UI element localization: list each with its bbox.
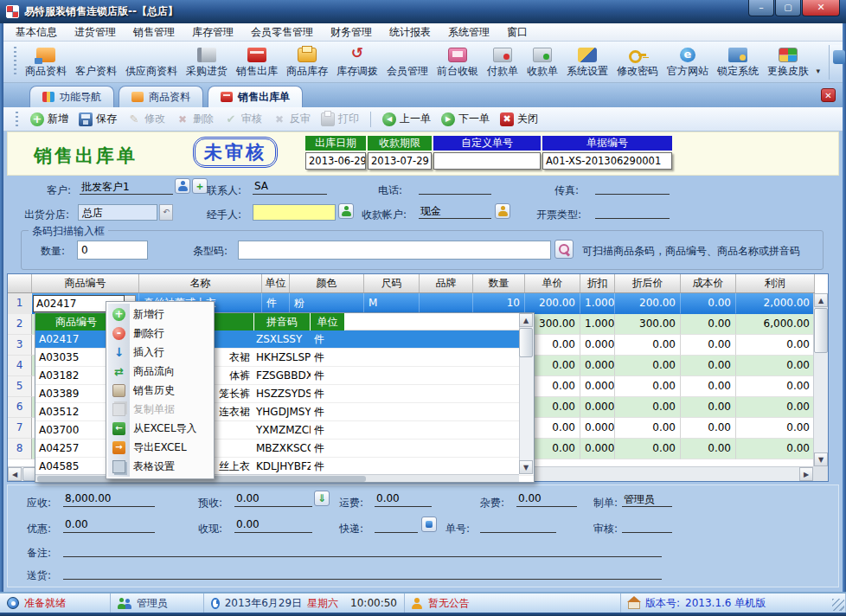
customer-lookup-button[interactable] — [175, 178, 190, 194]
grid-cell[interactable]: 0.00 — [681, 356, 736, 376]
grid-cell[interactable]: 0.00 — [681, 314, 736, 335]
toolbar-button[interactable]: 收款单 — [522, 42, 562, 82]
close-button[interactable] — [802, 0, 840, 16]
grid-cell[interactable]: 1.000 — [580, 314, 615, 335]
barcode-search-button[interactable] — [554, 240, 574, 259]
grid-cell[interactable]: 6,000.00 — [736, 314, 815, 335]
context-menu-item[interactable]: 插入行 — [108, 343, 212, 362]
resize-grip[interactable] — [832, 599, 844, 611]
doc-toolbar-button[interactable]: 删除 — [170, 110, 219, 128]
minimize-button[interactable] — [748, 0, 774, 16]
context-menu-item[interactable]: 从EXCEL导入 — [108, 419, 212, 438]
grid-cell[interactable]: 0.00 — [681, 376, 736, 397]
grid-cell[interactable]: 0.00 — [681, 293, 736, 314]
toolbar-button[interactable]: 商品库存 — [282, 42, 332, 82]
context-menu-item[interactable]: 复制单据 — [108, 400, 212, 419]
grid-cell[interactable]: 0.00 — [615, 335, 681, 356]
grid-column-header[interactable]: 数量 — [473, 274, 525, 292]
grid-cell[interactable]: 0.000 — [580, 439, 615, 459]
grid-cell[interactable]: 0.00 — [615, 376, 681, 397]
grid-column-header[interactable]: 折后价 — [615, 274, 681, 292]
grid-cell[interactable]: M — [364, 293, 420, 314]
doc-toolbar-button[interactable]: 修改 — [122, 110, 170, 128]
scrollbar-thumb[interactable] — [814, 308, 828, 353]
doc-nav-button[interactable]: 下一单 — [436, 110, 495, 128]
delivery-field[interactable] — [63, 565, 662, 580]
scroll-up-icon[interactable] — [814, 293, 828, 307]
toolbar-button[interactable]: 付款单 — [483, 42, 522, 82]
payment-deadline-input[interactable]: 2013-07-29 — [368, 152, 432, 170]
tracking-number-field[interactable] — [480, 518, 556, 533]
scroll-right-icon[interactable] — [799, 467, 813, 481]
grid-cell[interactable]: 300.00 — [615, 314, 681, 335]
grid-column-header[interactable]: 成本价 — [681, 274, 736, 292]
menubar-item[interactable]: 库存管理 — [183, 23, 242, 42]
grid-column-header[interactable]: 尺码 — [364, 274, 420, 292]
prepaid-field[interactable]: 0.00 — [234, 492, 312, 507]
contact-field[interactable]: SA — [253, 180, 327, 195]
menubar-item[interactable]: 会员零售管理 — [242, 23, 322, 42]
document-number-input[interactable]: A01-XS-201306290001 — [542, 152, 672, 170]
grid-cell[interactable]: 200.00 — [525, 293, 580, 314]
scroll-down-icon[interactable] — [814, 452, 828, 466]
grid-column-header[interactable]: 商品编号 — [32, 274, 139, 292]
add-customer-button[interactable] — [192, 178, 208, 194]
grid-cell[interactable]: 0.000 — [580, 356, 615, 376]
grid-cell[interactable]: 1.000 — [580, 293, 615, 314]
fax-field[interactable] — [595, 180, 670, 195]
receivable-field[interactable]: 8,000.00 — [63, 492, 155, 507]
doc-toolbar-button[interactable]: 新增 — [25, 110, 74, 128]
grid-cell[interactable]: 0.00 — [736, 376, 815, 397]
menubar-item[interactable]: 窗口 — [498, 23, 536, 42]
scroll-down-icon[interactable] — [519, 460, 533, 474]
toolbar-button[interactable]: 系统设置 — [562, 42, 612, 82]
tab-sales-order[interactable]: 销售出库单 — [208, 86, 303, 107]
grid-cell[interactable]: 0.00 — [681, 418, 736, 439]
doc-toolbar-button[interactable]: 打印 — [316, 110, 364, 128]
express-picker-button[interactable] — [421, 517, 437, 532]
misc-fee-field[interactable]: 0.00 — [516, 492, 577, 507]
freight-field[interactable]: 0.00 — [375, 492, 432, 507]
toolbar-button[interactable]: 前台收银 — [433, 42, 483, 82]
grid-cell[interactable]: 0.00 — [615, 439, 681, 459]
grid-cell[interactable] — [420, 293, 473, 314]
customer-field[interactable]: 批发客户1 — [80, 180, 173, 195]
doc-nav-button[interactable]: 关闭 — [495, 110, 543, 128]
toolbar-button[interactable]: 库存调拨 — [332, 42, 382, 82]
context-menu-item[interactable]: 销售历史 — [108, 381, 212, 400]
scroll-up-icon[interactable] — [519, 313, 533, 327]
grid-cell[interactable]: 0.00 — [736, 418, 815, 439]
menubar-item[interactable]: 系统管理 — [439, 23, 498, 42]
grid-column-header[interactable]: 颜色 — [290, 274, 364, 292]
doc-toolbar-button[interactable]: 反审 — [267, 110, 316, 128]
tab-close-button[interactable] — [821, 88, 836, 102]
context-menu-item[interactable]: 新增行 — [108, 305, 212, 324]
remark-field[interactable] — [63, 542, 662, 557]
menubar-item[interactable]: 财务管理 — [322, 23, 381, 42]
grid-cell[interactable]: 0.00 — [681, 397, 736, 418]
grid-column-header[interactable]: 品牌 — [420, 274, 473, 292]
toolbar-button[interactable]: 采购进货 — [182, 42, 232, 82]
doc-toolbar-button[interactable]: 审核 — [219, 110, 267, 128]
menubar-item[interactable]: 统计报表 — [381, 23, 439, 42]
branch-picker-button[interactable] — [159, 204, 173, 221]
menubar-item[interactable]: 基本信息 — [7, 23, 66, 42]
toolbar-button[interactable]: 供应商资料 — [121, 42, 182, 82]
context-menu-item[interactable]: 商品流向 — [108, 362, 212, 381]
custom-number-input[interactable] — [433, 152, 541, 170]
handler-lookup-button[interactable] — [338, 203, 354, 219]
toolbar-button[interactable]: 商品资料 — [21, 42, 71, 82]
toolbar-button[interactable]: 官方网站 — [663, 42, 713, 82]
grid-cell[interactable]: 件 — [262, 293, 290, 314]
toolbar-button[interactable]: 锁定系统 — [713, 42, 763, 82]
outbound-date-input[interactable]: 2013-06-29 — [305, 152, 366, 170]
express-field[interactable] — [375, 518, 418, 533]
toolbar-button[interactable]: 修改密码 — [612, 42, 663, 82]
cash-field[interactable]: 0.00 — [234, 518, 312, 533]
prepaid-fetch-button[interactable] — [314, 491, 330, 506]
grid-cell[interactable]: 0.00 — [681, 439, 736, 459]
grid-cell[interactable]: 0.00 — [736, 356, 815, 376]
barcode-qty-input[interactable]: 0 — [77, 241, 148, 260]
vertical-scrollbar[interactable] — [813, 293, 828, 466]
context-menu-item[interactable]: 表格设置 — [108, 457, 212, 476]
